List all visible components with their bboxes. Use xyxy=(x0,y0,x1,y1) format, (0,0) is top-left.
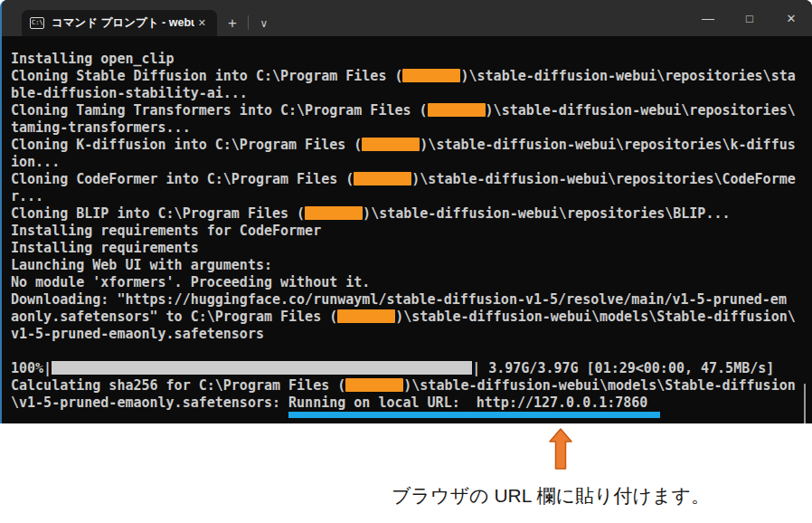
tab-command-prompt[interactable]: C:\ コマンド プロンプト - webui-user.b ✕ xyxy=(22,10,217,36)
terminal-text: Installing requirements for CodeFormer xyxy=(11,223,321,239)
progress-bar-fill xyxy=(52,361,472,375)
terminal-text: \v1-5-pruned-emaonly.safetensors: xyxy=(11,395,288,411)
terminal-text: Installing requirements xyxy=(11,240,199,256)
terminal-text: Cloning CodeFormer into C:\Program Files… xyxy=(11,171,354,187)
minimize-button[interactable]: — xyxy=(687,0,729,36)
terminal-line: ion... xyxy=(11,154,812,171)
terminal-text: Cloning Taming Transformers into C:\Prog… xyxy=(11,102,428,119)
command-prompt-icon: C:\ xyxy=(30,17,44,29)
terminal-line: No module 'xformers'. Proceeding without… xyxy=(11,274,812,291)
redaction-box xyxy=(354,172,411,185)
terminal-text: v1-5-pruned-emaonly.safetensors xyxy=(11,326,264,342)
terminal-text: Calculating sha256 for C:\Program Files … xyxy=(11,377,345,394)
highlighted-local-url: Running on local URL: http://127.0.0.1:7… xyxy=(288,395,660,418)
terminal-text: )\stable-diffusion-webui\repositories\st… xyxy=(460,68,795,84)
terminal-text: )\stable-diffusion-webui\repositories\ xyxy=(486,102,796,119)
new-tab-button[interactable]: + xyxy=(217,10,248,36)
maximize-button[interactable]: □ xyxy=(729,0,770,36)
terminal-line: 100%|| 3.97G/3.97G [01:29<00:00, 47.5MB/… xyxy=(11,360,812,377)
terminal-line: taming-transformers... xyxy=(11,119,812,137)
terminal-line: Cloning Taming Transformers into C:\Prog… xyxy=(11,102,812,119)
terminal-output: Installing open_clipCloning Stable Diffu… xyxy=(2,36,812,423)
scrollbar-thumb[interactable] xyxy=(804,384,806,423)
annotation-caption: ブラウザの URL 欄に貼り付けます。 xyxy=(392,483,710,509)
terminal-text: )\stable-diffusion-webui\repositories\BL… xyxy=(363,205,730,222)
redaction-box xyxy=(345,378,403,392)
terminal-line: r... xyxy=(11,188,812,205)
tab-title: コマンド プロンプト - webui-user.b xyxy=(52,15,194,31)
terminal-line: v1-5-pruned-emaonly.safetensors xyxy=(11,326,812,343)
terminal-window: C:\ コマンド プロンプト - webui-user.b ✕ + ∨ — □ … xyxy=(0,0,812,423)
terminal-text: ble-diffusion-stability-ai... xyxy=(11,85,248,101)
terminal-text: Cloning BLIP into C:\Program Files ( xyxy=(11,205,305,222)
redaction-box xyxy=(362,138,420,151)
titlebar: C:\ コマンド プロンプト - webui-user.b ✕ + ∨ — □ … xyxy=(2,0,812,36)
redaction-box xyxy=(305,206,363,220)
terminal-text: )\stable-diffusion-webui\models\Stable-d… xyxy=(403,377,795,394)
terminal-text: )\stable-diffusion-webui\repositories\k-… xyxy=(420,137,795,153)
terminal-line: Cloning CodeFormer into C:\Program Files… xyxy=(11,171,812,188)
terminal-text: Cloning K-diffusion into C:\Program File… xyxy=(11,137,362,153)
redaction-box xyxy=(402,69,460,82)
up-arrow-icon xyxy=(549,428,572,470)
terminal-text: )\stable-diffusion-webui\repositories\Co… xyxy=(411,171,795,187)
redaction-box xyxy=(337,309,395,323)
close-button[interactable]: ✕ xyxy=(770,0,812,36)
tab-dropdown-button[interactable]: ∨ xyxy=(249,10,279,36)
terminal-text: aonly.safetensors" to C:\Program Files ( xyxy=(11,309,337,325)
terminal-text: taming-transformers... xyxy=(11,119,191,136)
terminal-text: Installing open_clip xyxy=(11,51,175,67)
terminal-text: No module 'xformers'. Proceeding without… xyxy=(11,274,370,290)
terminal-text: ion... xyxy=(11,154,60,170)
terminal-line xyxy=(11,343,812,360)
terminal-line: Cloning K-diffusion into C:\Program File… xyxy=(11,137,812,154)
terminal-line: Installing requirements xyxy=(11,240,812,257)
terminal-line: Installing requirements for CodeFormer xyxy=(11,223,812,240)
terminal-line: aonly.safetensors" to C:\Program Files (… xyxy=(11,309,812,326)
terminal-text: r... xyxy=(11,188,43,204)
terminal-line: ble-diffusion-stability-ai... xyxy=(11,85,812,102)
terminal-line: Installing open_clip xyxy=(11,51,812,68)
window-controls: — □ ✕ xyxy=(687,0,812,36)
terminal-text: | 3.97G/3.97G [01:29<00:00, 47.5MB/s] xyxy=(472,360,774,376)
terminal-text: )\stable-diffusion-webui\models\Stable-d… xyxy=(395,309,796,325)
terminal-line: Downloading: "https://huggingface.co/run… xyxy=(11,291,812,309)
terminal-text: Downloading: "https://huggingface.co/run… xyxy=(11,291,787,308)
terminal-line: Launching Web UI with arguments: xyxy=(11,257,812,274)
terminal-line: Cloning BLIP into C:\Program Files ()\st… xyxy=(11,205,812,223)
tab-close-icon[interactable]: ✕ xyxy=(194,15,210,31)
terminal-text: 100%| xyxy=(11,360,52,376)
terminal-text: Launching Web UI with arguments: xyxy=(11,257,272,273)
terminal-line: Calculating sha256 for C:\Program Files … xyxy=(11,377,812,395)
terminal-text: Cloning Stable Diffusion into C:\Program… xyxy=(11,68,402,84)
page: C:\ コマンド プロンプト - webui-user.b ✕ + ∨ — □ … xyxy=(0,0,812,523)
redaction-box xyxy=(428,103,486,117)
terminal-line: \v1-5-pruned-emaonly.safetensors: Runnin… xyxy=(11,395,812,412)
terminal-line: Cloning Stable Diffusion into C:\Program… xyxy=(11,68,812,85)
